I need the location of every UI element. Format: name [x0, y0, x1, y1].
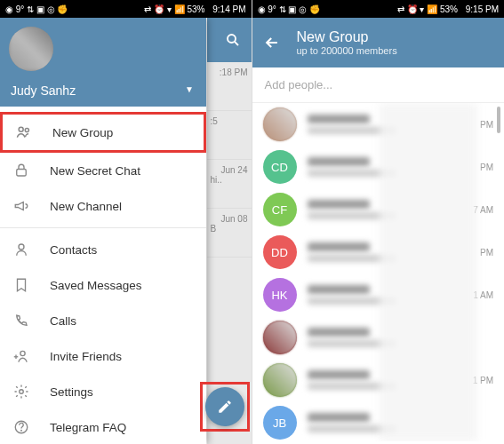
svg-line-1 — [234, 42, 237, 45]
nav-drawer: Judy Sanhz ▼ New Group New Secret Chat — [0, 18, 206, 444]
new-group-header: New Group up to 200000 members — [252, 18, 505, 67]
menu-label: Invite Friends — [50, 350, 122, 363]
menu-new-secret-chat[interactable]: New Secret Chat — [0, 153, 206, 188]
menu-label: Telegram FAQ — [50, 421, 126, 434]
svg-point-3 — [25, 128, 28, 131]
svg-rect-4 — [17, 170, 27, 177]
svg-point-6 — [20, 351, 25, 355]
menu-label: Settings — [50, 385, 93, 399]
pencil-icon — [217, 399, 233, 415]
user-avatar[interactable] — [9, 27, 53, 71]
contact-avatar — [263, 107, 297, 141]
chat-list-background: :18 PM :5 Jun 24hi.. Jun 08B — [207, 18, 252, 444]
header-title: New Group — [297, 29, 397, 45]
status-left: ◉ 9° ⇅ ▣ ◎ ✊ — [258, 4, 320, 14]
lock-icon — [12, 162, 30, 179]
menu-faq[interactable]: Telegram FAQ — [0, 409, 206, 444]
svg-point-5 — [19, 244, 24, 250]
status-bar: ◉ 9° ⇅ ▣ ◎ ✊ ⇄ ⏰ ▾ 📶 53% 9:15 PM — [252, 0, 505, 18]
contact-list[interactable]: PMCDPMCF7 AMDDPMHK1 AM1 PMJB — [252, 103, 505, 441]
add-person-icon — [12, 347, 30, 365]
status-bar: ◉ 9° ⇅ ▣ ◎ ✊ ⇄ ⏰ ▾ 📶 53% 9:14 PM — [0, 0, 252, 18]
group-icon — [15, 123, 33, 141]
svg-point-0 — [228, 35, 236, 43]
menu-label: Calls — [50, 314, 76, 328]
menu-calls[interactable]: Calls — [0, 303, 206, 338]
menu-label: Saved Messages — [50, 279, 142, 292]
help-icon — [12, 418, 30, 436]
menu-label: New Channel — [50, 200, 122, 213]
add-people-input[interactable]: Add people... — [252, 67, 505, 103]
contact-time: PM — [480, 120, 493, 130]
menu-label: New Group — [52, 126, 113, 139]
menu-label: Contacts — [50, 243, 97, 257]
drawer-header: Judy Sanhz ▼ — [0, 18, 206, 107]
divider — [0, 227, 206, 228]
menu-new-group[interactable]: New Group — [0, 112, 206, 153]
contact-time: PM — [480, 248, 493, 258]
phone-icon — [12, 312, 30, 329]
menu-label: New Secret Chat — [50, 164, 140, 178]
right-screen: ◉ 9° ⇅ ▣ ◎ ✊ ⇄ ⏰ ▾ 📶 53% 9:15 PM New Gro… — [252, 0, 505, 444]
search-icon[interactable] — [225, 32, 241, 48]
contact-time: PM — [480, 163, 493, 172]
svg-point-2 — [19, 127, 23, 131]
header-subtitle: up to 200000 members — [297, 45, 397, 56]
menu-settings[interactable]: Settings — [0, 374, 206, 409]
contact-avatar: CF — [263, 193, 297, 226]
menu-invite-friends[interactable]: Invite Friends — [0, 338, 206, 374]
gear-icon — [12, 383, 30, 400]
status-left: ◉ 9° ⇅ ▣ ◎ ✊ — [5, 4, 68, 14]
contact-avatar — [263, 321, 297, 354]
left-screen: ◉ 9° ⇅ ▣ ◎ ✊ ⇄ ⏰ ▾ 📶 53% 9:14 PM :18 PM … — [0, 0, 252, 444]
chat-header-bg — [207, 18, 252, 62]
contact-avatar: JB — [263, 406, 297, 440]
contact-avatar — [263, 363, 297, 397]
scrollbar-thumb[interactable] — [497, 107, 500, 133]
megaphone-icon — [12, 197, 30, 215]
svg-point-9 — [20, 390, 24, 394]
menu-new-channel[interactable]: New Channel — [0, 188, 206, 224]
account-dropdown-icon[interactable]: ▼ — [185, 84, 194, 94]
back-icon[interactable] — [263, 34, 281, 52]
username: Judy Sanhz — [11, 83, 76, 98]
status-right: ⇄ ⏰ ▾ 📶 53% 9:14 PM — [144, 4, 245, 14]
contact-avatar: CD — [263, 150, 297, 184]
menu-saved-messages[interactable]: Saved Messages — [0, 267, 206, 303]
svg-point-11 — [21, 430, 22, 431]
contact-avatar: DD — [263, 235, 297, 269]
contact-avatar: HK — [263, 278, 297, 312]
bookmark-icon — [12, 276, 30, 294]
person-icon — [12, 241, 30, 258]
status-right: ⇄ ⏰ ▾ 📶 53% 9:15 PM — [397, 4, 499, 14]
blur-overlay — [380, 103, 477, 441]
drawer-menu: New Group New Secret Chat New Channel — [0, 107, 206, 444]
menu-contacts[interactable]: Contacts — [0, 232, 206, 267]
compose-fab[interactable] — [205, 387, 244, 426]
